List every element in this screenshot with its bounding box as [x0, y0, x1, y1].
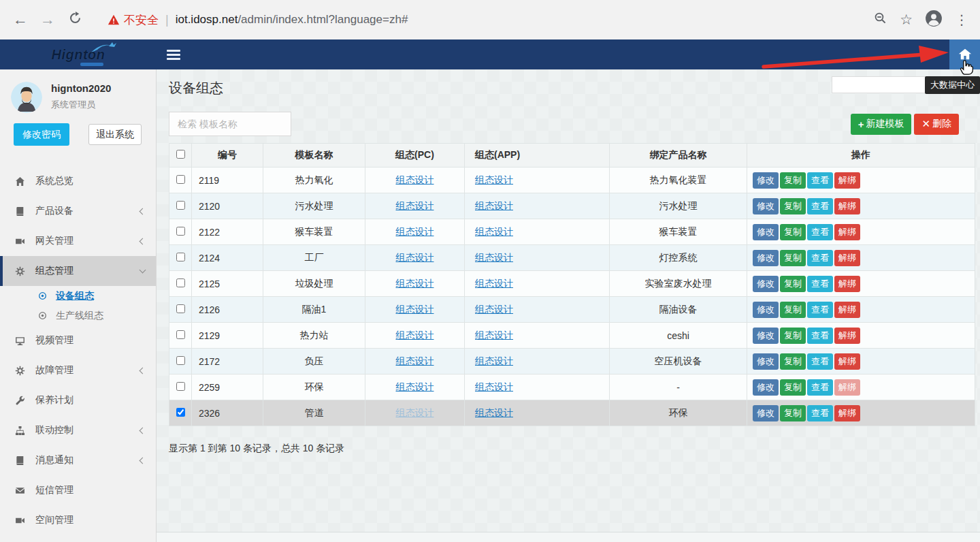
change-password-button[interactable]: 修改密码: [14, 123, 69, 146]
delete-button[interactable]: ✕删除: [914, 114, 959, 135]
table-row[interactable]: 2326管道组态设计组态设计环保修改复制查看解绑: [169, 400, 975, 426]
row-checkbox[interactable]: [176, 304, 185, 313]
sidebar-item-8[interactable]: 消息通知: [0, 445, 156, 475]
action-unbind-button[interactable]: 解绑: [834, 302, 860, 318]
sidebar-item-9[interactable]: 短信管理: [0, 475, 156, 505]
action-unbind-button[interactable]: 解绑: [834, 198, 860, 214]
action-edit-button[interactable]: 修改: [753, 353, 779, 370]
browser-back-icon[interactable]: ←: [7, 11, 34, 29]
logout-button[interactable]: 退出系统: [88, 124, 142, 145]
zoom-indicator-icon[interactable]: [874, 12, 887, 28]
sidebar-item-0[interactable]: 系统总览: [0, 166, 156, 196]
sidebar-subitem-3-1[interactable]: 生产线组态: [0, 306, 156, 325]
action-view-button[interactable]: 查看: [807, 224, 833, 240]
row-checkbox[interactable]: [176, 408, 185, 417]
action-copy-button[interactable]: 复制: [780, 198, 806, 214]
sidebar-item-6[interactable]: 保养计划: [0, 385, 156, 415]
table-row[interactable]: 2124工厂组态设计组态设计灯控系统修改复制查看解绑: [169, 245, 975, 271]
table-row[interactable]: 2120污水处理组态设计组态设计污水处理修改复制查看解绑: [169, 193, 975, 219]
pc-config-link[interactable]: 组态设计: [396, 226, 434, 237]
address-bar[interactable]: 不安全 | iot.idosp.net/admin/index.html?lan…: [108, 12, 868, 28]
action-edit-button[interactable]: 修改: [753, 379, 779, 396]
action-unbind-button[interactable]: 解绑: [834, 353, 860, 370]
brand-logo[interactable]: Hignton: [0, 39, 157, 69]
action-copy-button[interactable]: 复制: [780, 276, 806, 292]
action-edit-button[interactable]: 修改: [753, 276, 779, 292]
action-edit-button[interactable]: 修改: [753, 405, 779, 421]
action-edit-button[interactable]: 修改: [753, 302, 779, 318]
app-config-link[interactable]: 组态设计: [475, 355, 513, 366]
sidebar-item-3[interactable]: 组态管理: [0, 256, 156, 286]
action-unbind-button[interactable]: 解绑: [834, 328, 860, 344]
action-edit-button[interactable]: 修改: [753, 328, 779, 344]
table-row[interactable]: 2172负压组态设计组态设计空压机设备修改复制查看解绑: [169, 349, 975, 374]
action-view-button[interactable]: 查看: [807, 250, 833, 266]
action-copy-button[interactable]: 复制: [780, 379, 806, 396]
row-checkbox[interactable]: [176, 227, 185, 236]
browser-reload-icon[interactable]: [61, 11, 88, 29]
app-config-link[interactable]: 组态设计: [475, 174, 513, 185]
table-row[interactable]: 2259环保组态设计组态设计-修改复制查看解绑: [169, 374, 975, 400]
template-search-input[interactable]: [169, 112, 291, 136]
row-checkbox[interactable]: [176, 382, 185, 391]
row-checkbox[interactable]: [176, 278, 185, 287]
browser-profile-icon[interactable]: [925, 10, 943, 30]
action-edit-button[interactable]: 修改: [753, 250, 779, 266]
table-row[interactable]: 2129热力站组态设计组态设计ceshi修改复制查看解绑: [169, 323, 975, 349]
select-all-checkbox[interactable]: [176, 150, 185, 159]
pc-config-link[interactable]: 组态设计: [396, 278, 434, 289]
app-config-link[interactable]: 组态设计: [475, 407, 513, 418]
sidebar-item-4[interactable]: 视频管理: [0, 325, 156, 355]
pc-config-link[interactable]: 组态设计: [396, 252, 434, 263]
action-copy-button[interactable]: 复制: [780, 328, 806, 344]
pc-config-link[interactable]: 组态设计: [396, 174, 434, 185]
action-copy-button[interactable]: 复制: [780, 172, 806, 189]
action-unbind-button[interactable]: 解绑: [834, 276, 860, 292]
row-checkbox[interactable]: [176, 330, 185, 339]
action-view-button[interactable]: 查看: [807, 276, 833, 292]
app-config-link[interactable]: 组态设计: [475, 278, 513, 289]
action-view-button[interactable]: 查看: [807, 198, 833, 214]
pc-config-link[interactable]: 组态设计: [396, 330, 434, 340]
action-copy-button[interactable]: 复制: [780, 353, 806, 370]
action-edit-button[interactable]: 修改: [753, 224, 779, 240]
sidebar-item-2[interactable]: 网关管理: [0, 226, 156, 256]
sidebar-item-10[interactable]: 空间管理: [0, 505, 156, 535]
action-view-button[interactable]: 查看: [807, 302, 833, 318]
action-unbind-button[interactable]: 解绑: [834, 224, 860, 240]
table-search-input[interactable]: [832, 76, 931, 93]
row-checkbox[interactable]: [176, 253, 185, 261]
row-checkbox[interactable]: [176, 356, 185, 365]
app-config-link[interactable]: 组态设计: [475, 304, 513, 315]
action-unbind-button[interactable]: 解绑: [834, 250, 860, 266]
action-copy-button[interactable]: 复制: [780, 302, 806, 318]
app-config-link[interactable]: 组态设计: [475, 226, 513, 237]
row-checkbox[interactable]: [176, 201, 185, 210]
user-avatar[interactable]: [11, 82, 42, 113]
action-view-button[interactable]: 查看: [807, 172, 833, 189]
row-checkbox[interactable]: [176, 175, 185, 184]
app-config-link[interactable]: 组态设计: [475, 330, 513, 340]
action-edit-button[interactable]: 修改: [753, 172, 779, 189]
browser-menu-icon[interactable]: ⋮: [955, 12, 968, 28]
action-view-button[interactable]: 查看: [807, 405, 833, 421]
action-unbind-button[interactable]: 解绑: [834, 172, 860, 189]
table-row[interactable]: 2126隔油1组态设计组态设计隔油设备修改复制查看解绑: [169, 297, 975, 323]
action-copy-button[interactable]: 复制: [780, 250, 806, 266]
browser-forward-icon[interactable]: →: [34, 11, 61, 29]
pc-config-link[interactable]: 组态设计: [396, 407, 434, 418]
pc-config-link[interactable]: 组态设计: [396, 200, 434, 211]
table-row[interactable]: 2119热力氧化组态设计组态设计热力氧化装置修改复制查看解绑: [169, 168, 975, 193]
pc-config-link[interactable]: 组态设计: [396, 381, 434, 392]
sidebar-item-5[interactable]: 故障管理: [0, 355, 156, 385]
bigdata-home-button[interactable]: [949, 39, 980, 69]
action-copy-button[interactable]: 复制: [780, 405, 806, 421]
new-template-button[interactable]: +新建模板: [851, 114, 912, 135]
sidebar-item-1[interactable]: 产品设备: [0, 196, 156, 226]
action-unbind-button[interactable]: 解绑: [834, 405, 860, 421]
action-edit-button[interactable]: 修改: [753, 198, 779, 214]
action-view-button[interactable]: 查看: [807, 328, 833, 344]
sidebar-item-7[interactable]: 联动控制: [0, 415, 156, 445]
action-view-button[interactable]: 查看: [807, 353, 833, 370]
app-config-link[interactable]: 组态设计: [475, 252, 513, 263]
